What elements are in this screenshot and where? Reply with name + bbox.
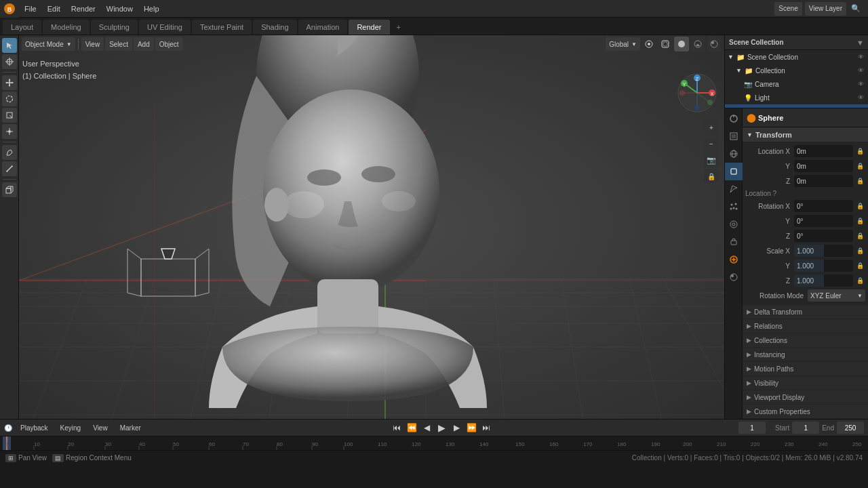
props-modifier-icon[interactable] [725, 180, 743, 198]
timeline-view-menu[interactable]: View [89, 421, 112, 434]
location-y-lock[interactable]: 🔒 [854, 160, 865, 172]
visibility-icon-collection[interactable]: 👁 [858, 67, 864, 74]
add-workspace-button[interactable]: + [391, 20, 406, 35]
visibility-header[interactable]: ▶ Visibility [743, 376, 868, 390]
scale-y-field[interactable]: 1.000 [794, 260, 853, 272]
menu-help[interactable]: Help [138, 0, 165, 18]
step-back-button[interactable]: ◀ [420, 421, 433, 434]
overlay-icon[interactable] [642, 37, 656, 52]
xray-icon[interactable] [658, 37, 673, 52]
step-forward-button[interactable]: ▶ [450, 421, 463, 434]
rotate-tool-button[interactable] [2, 92, 17, 106]
outliner-filter-icon[interactable]: ▼ [856, 39, 864, 47]
visibility-icon-camera[interactable]: 👁 [858, 81, 864, 87]
props-object-icon[interactable] [725, 163, 743, 180]
collections-header[interactable]: ▶ Collections [743, 333, 868, 347]
zoom-out-button[interactable]: − [704, 136, 719, 151]
annotate-tool-button[interactable] [2, 145, 17, 160]
relations-header[interactable]: ▶ Relations [743, 319, 868, 333]
shading-rendered-icon[interactable] [707, 37, 722, 52]
outliner-item-scene-collection[interactable]: ▼ 📁 Scene Collection 👁 [725, 50, 868, 64]
transform-section-header[interactable]: ▼ Transform [743, 127, 868, 142]
blender-logo-icon[interactable]: B [0, 0, 19, 18]
camera-view-button[interactable]: 📷 [704, 152, 719, 167]
props-material-icon[interactable] [725, 268, 743, 286]
viewport-add-menu[interactable]: Add [134, 37, 154, 51]
rotation-y-lock[interactable]: 🔒 [854, 215, 865, 227]
location-z-lock[interactable]: 🔒 [854, 175, 865, 187]
instancing-header[interactable]: ▶ Instancing [743, 348, 868, 361]
outliner-item-light[interactable]: 💡 Light 👁 [725, 91, 868, 104]
props-constraints-icon[interactable] [725, 233, 743, 251]
shading-material-icon[interactable] [690, 37, 705, 52]
rotation-mode-dropdown[interactable]: XYZ Euler ▼ [808, 289, 865, 302]
tab-modeling[interactable]: Modeling [43, 20, 90, 35]
tab-shading[interactable]: Shading [253, 20, 296, 35]
outliner-item-collection[interactable]: ▼ 📁 Collection 👁 [725, 64, 868, 77]
location-x-field[interactable]: 0m [794, 145, 853, 157]
measure-tool-button[interactable] [2, 161, 17, 176]
props-object-data-icon[interactable] [725, 251, 743, 268]
location-z-field[interactable]: 0m [794, 175, 853, 187]
end-frame-field[interactable]: 250 [837, 422, 864, 434]
rotation-y-field[interactable]: 0° [794, 215, 853, 227]
custom-properties-header[interactable]: ▶ Custom Properties [743, 405, 868, 418]
axis-gizmo[interactable]: X Y Z [677, 73, 714, 110]
rotation-z-lock[interactable]: 🔒 [854, 230, 865, 242]
transform-tool-button[interactable] [2, 124, 17, 139]
play-button[interactable]: ▶ [435, 421, 448, 434]
marker-menu[interactable]: Marker [116, 421, 145, 434]
prev-keyframe-button[interactable]: ⏪ [405, 421, 418, 434]
zoom-in-button[interactable]: + [704, 120, 719, 135]
orbit-lock-button[interactable]: 🔒 [704, 169, 719, 184]
search-icon[interactable]: 🔍 [849, 4, 863, 13]
viewport-canvas[interactable]: Object Mode ▼ View Select Add Object Glo… [19, 35, 724, 419]
scene-selector[interactable]: Scene [774, 2, 802, 16]
scale-x-field[interactable]: 1.000 [794, 245, 853, 257]
rotation-x-lock[interactable]: 🔒 [854, 200, 865, 212]
delta-transform-header[interactable]: ▶ Delta Transform [743, 305, 868, 319]
location-y-field[interactable]: 0m [794, 160, 853, 172]
location-x-lock[interactable]: 🔒 [854, 145, 865, 157]
view-layer-selector[interactable]: View Layer [805, 2, 846, 16]
scale-y-lock[interactable]: 🔒 [854, 260, 865, 272]
visibility-icon-scene[interactable]: 👁 [858, 54, 864, 60]
viewport-display-header[interactable]: ▶ Viewport Display [743, 390, 868, 404]
motion-paths-header[interactable]: ▶ Motion Paths [743, 362, 868, 375]
props-renderlayer-icon[interactable] [725, 127, 743, 145]
scale-tool-button[interactable] [2, 108, 17, 123]
viewport-select-menu[interactable]: Select [105, 37, 132, 51]
move-tool-button[interactable] [2, 75, 17, 90]
tab-uv-editing[interactable]: UV Editing [139, 20, 191, 35]
tab-render[interactable]: Render [349, 20, 389, 35]
shading-solid-icon[interactable] [674, 37, 689, 52]
props-scene-icon[interactable] [725, 110, 743, 127]
cursor-tool-button[interactable] [2, 54, 17, 69]
tab-texture-paint[interactable]: Texture Paint [192, 20, 252, 35]
props-particles-icon[interactable] [725, 198, 743, 216]
select-tool-button[interactable] [2, 38, 17, 53]
playback-menu[interactable]: Playback [16, 421, 52, 434]
scale-z-lock[interactable]: 🔒 [854, 274, 865, 287]
3d-viewport[interactable]: Object Mode ▼ View Select Add Object Glo… [19, 35, 724, 419]
tab-animation[interactable]: Animation [298, 20, 348, 35]
visibility-icon-light[interactable]: 👁 [858, 94, 864, 101]
menu-window[interactable]: Window [101, 0, 138, 18]
menu-edit[interactable]: Edit [42, 0, 66, 18]
jump-end-button[interactable]: ⏭ [479, 421, 493, 434]
rotation-z-field[interactable]: 0° [794, 230, 853, 242]
viewport-object-menu[interactable]: Object [155, 37, 183, 51]
timeline-scrubber[interactable]: 1 10 20 30 40 50 60 70 80 90 100 110 120… [0, 436, 868, 450]
next-keyframe-button[interactable]: ⏩ [465, 421, 478, 434]
current-frame-field[interactable]: 1 [738, 422, 766, 434]
menu-render[interactable]: Render [66, 0, 101, 18]
add-cube-button[interactable] [2, 182, 17, 197]
transform-space-dropdown[interactable]: Global ▼ [606, 37, 640, 51]
scale-x-lock[interactable]: 🔒 [854, 245, 865, 257]
keying-menu[interactable]: Keying [56, 421, 85, 434]
rotation-x-field[interactable]: 0° [794, 200, 853, 212]
menu-file[interactable]: File [19, 0, 42, 18]
tab-layout[interactable]: Layout [3, 20, 41, 35]
props-world-icon[interactable] [725, 145, 743, 163]
start-frame-field[interactable]: 1 [792, 422, 819, 434]
